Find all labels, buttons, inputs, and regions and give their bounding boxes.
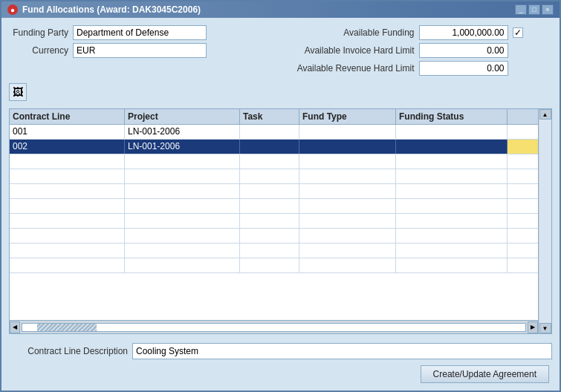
- window-content: Funding Party Currency Available Funding…: [1, 18, 560, 391]
- col-contract-line: Contract Line: [10, 109, 125, 124]
- toolbar: 🖼: [9, 82, 552, 102]
- bottom-section: Contract Line Description Create/Update …: [9, 340, 552, 383]
- table-row-empty: [10, 169, 538, 184]
- funding-party-input[interactable]: [73, 25, 207, 40]
- table-body[interactable]: 001 LN-001-2006 4,000,000.00 002 LN-001-…: [10, 125, 538, 320]
- currency-row: Currency: [9, 43, 273, 58]
- scroll-left-button[interactable]: ◀: [10, 321, 20, 333]
- available-revenue-label: Available Revenue Hard Limit: [288, 63, 415, 74]
- form-right: Available Funding 1,000,000.00 ✓ Availab…: [288, 25, 553, 76]
- col-task: Task: [240, 109, 299, 124]
- cell-project: LN-001-2006: [125, 140, 240, 154]
- vertical-scrollbar[interactable]: ▲ ▼: [538, 109, 551, 333]
- cell-amount: 4,000,000.00: [508, 125, 538, 139]
- funding-party-label: Funding Party: [9, 27, 68, 38]
- horizontal-scroll-thumb[interactable]: [37, 324, 97, 331]
- main-window: ● Fund Allocations (Award: DAK3045C2006)…: [0, 0, 561, 392]
- window-title: Fund Allocations (Award: DAK3045C2006): [22, 4, 201, 15]
- available-funding-row: Available Funding 1,000,000.00 ✓: [288, 25, 553, 40]
- col-project: Project: [125, 109, 240, 124]
- table-main: Contract Line Project Task Fund Type Fun…: [10, 109, 538, 333]
- funding-party-row: Funding Party: [9, 25, 273, 40]
- table-row-empty: [10, 229, 538, 244]
- window-icon: ●: [7, 4, 18, 15]
- horizontal-scrollbar[interactable]: ◀ ▶: [10, 320, 538, 333]
- cell-project: LN-001-2006: [125, 125, 240, 139]
- available-revenue-value: 0.00: [419, 61, 508, 76]
- available-funding-value: 1,000,000.00: [419, 25, 508, 40]
- description-row: Contract Line Description: [9, 343, 552, 359]
- scroll-down-button[interactable]: ▼: [539, 323, 551, 333]
- cell-funding-status: [396, 125, 508, 139]
- horizontal-scroll-track[interactable]: [22, 323, 526, 332]
- currency-label: Currency: [9, 45, 68, 56]
- form-section: Funding Party Currency Available Funding…: [9, 25, 552, 76]
- cell-task: [240, 125, 299, 139]
- form-left: Funding Party Currency: [9, 25, 273, 76]
- available-invoice-label: Available Invoice Hard Limit: [288, 45, 415, 56]
- col-fund-type: Fund Type: [299, 109, 396, 124]
- table-container: Contract Line Project Task Fund Type Fun…: [9, 108, 552, 334]
- available-invoice-value: 0.00: [419, 43, 508, 58]
- button-row: Create/Update Agreement: [9, 365, 552, 383]
- table-row-empty: [10, 244, 538, 258]
- refresh-icon: 🖼: [13, 86, 23, 98]
- vertical-scroll-track[interactable]: [539, 120, 551, 323]
- cell-fund-type: [299, 125, 396, 139]
- description-input[interactable]: [132, 343, 552, 359]
- scroll-up-button[interactable]: ▲: [539, 109, 551, 120]
- table-row-empty: [10, 154, 538, 169]
- maximize-button[interactable]: □: [528, 4, 540, 15]
- table-row[interactable]: 002 LN-001-2006 5,000,000.00: [10, 140, 538, 154]
- minimize-button[interactable]: _: [515, 4, 527, 15]
- col-funding-status: Funding Status: [396, 109, 508, 124]
- cell-contract-line: 002: [10, 140, 125, 154]
- available-revenue-row: Available Revenue Hard Limit 0.00: [288, 61, 553, 76]
- cell-contract-line: 001: [10, 125, 125, 139]
- create-update-button[interactable]: Create/Update Agreement: [421, 365, 549, 383]
- title-bar: ● Fund Allocations (Award: DAK3045C2006)…: [1, 1, 560, 18]
- available-funding-checkbox[interactable]: ✓: [513, 27, 523, 38]
- table-row-empty: [10, 214, 538, 229]
- table-wrapper: Contract Line Project Task Fund Type Fun…: [10, 109, 551, 333]
- description-label: Contract Line Description: [9, 346, 128, 356]
- table-row-empty: [10, 258, 538, 273]
- cell-amount: 5,000,000.00: [508, 140, 538, 154]
- available-funding-label: Available Funding: [288, 27, 415, 38]
- scroll-right-button[interactable]: ▶: [528, 321, 538, 333]
- cell-task: [240, 140, 299, 154]
- table-row[interactable]: 001 LN-001-2006 4,000,000.00: [10, 125, 538, 140]
- refresh-button[interactable]: 🖼: [9, 83, 27, 101]
- close-button[interactable]: ×: [542, 4, 554, 15]
- cell-fund-type: [299, 140, 396, 154]
- table-header: Contract Line Project Task Fund Type Fun…: [10, 109, 538, 125]
- currency-input[interactable]: [73, 43, 207, 58]
- available-invoice-row: Available Invoice Hard Limit 0.00: [288, 43, 553, 58]
- cell-funding-status: [396, 140, 508, 154]
- table-row-empty: [10, 199, 538, 214]
- table-row-empty: [10, 184, 538, 199]
- col-amount: Amount: [508, 109, 538, 124]
